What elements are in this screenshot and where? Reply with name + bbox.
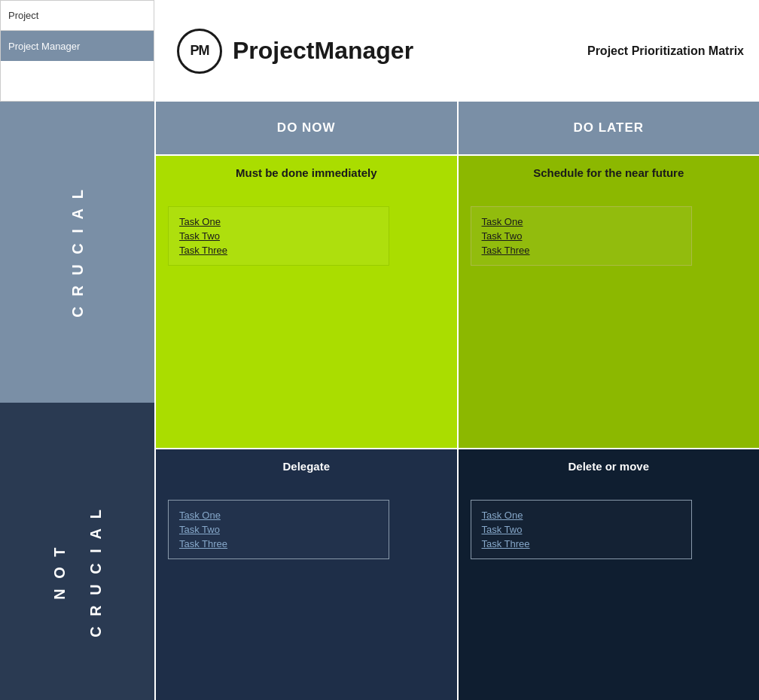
task-link[interactable]: Task Three: [179, 245, 378, 256]
quadrant-not-crucial-now: Delegate Task One Task Two Task Three: [154, 448, 457, 700]
task-link[interactable]: Task Two: [179, 230, 378, 242]
crucial-now-label: Must be done immediately: [168, 166, 445, 179]
crucial-later-task-box: Task One Task Two Task Three: [471, 206, 692, 266]
logo-area: PM ProjectManager: [177, 29, 413, 74]
header-do-later: DO LATER: [457, 102, 760, 154]
task-link[interactable]: Task Three: [482, 245, 681, 256]
header-section: Project Project Manager PM ProjectManage…: [0, 0, 759, 102]
sidebar-header: Project Project Manager: [0, 0, 154, 102]
project-manager-label: Project Manager: [1, 31, 154, 61]
not-crucial-now-label: Delegate: [168, 460, 445, 473]
not-crucial-label: N O TC R U C I A L: [0, 403, 154, 700]
task-link[interactable]: Task One: [179, 510, 378, 521]
task-link[interactable]: Task Two: [482, 524, 681, 535]
not-crucial-later-task-box: Task One Task Two Task Three: [471, 500, 692, 559]
quadrant-crucial-now: Must be done immediately Task One Task T…: [154, 154, 457, 448]
not-crucial-vertical-text: N O TC R U C I A L: [50, 507, 105, 638]
crucial-vertical-text: C R U C I A L: [69, 187, 87, 318]
header-do-now: DO NOW: [154, 102, 457, 154]
task-link[interactable]: Task Two: [179, 524, 378, 535]
matrix-main: DO NOW DO LATER Must be done immediately…: [154, 102, 759, 700]
logo-icon: PM: [177, 29, 222, 74]
quadrant-crucial-later: Schedule for the near future Task One Ta…: [457, 154, 760, 448]
matrix-header-row: DO NOW DO LATER: [154, 102, 759, 154]
crucial-row: Must be done immediately Task One Task T…: [154, 154, 759, 448]
task-link[interactable]: Task One: [482, 510, 681, 521]
not-crucial-now-task-box: Task One Task Two Task Three: [168, 500, 389, 559]
not-crucial-later-label: Delete or move: [471, 460, 748, 473]
crucial-label: C R U C I A L: [0, 102, 154, 403]
project-label: Project: [1, 1, 154, 31]
logo-brand: ProjectManager: [233, 37, 413, 65]
task-link[interactable]: Task One: [179, 216, 378, 227]
sidebar-header-bottom: [1, 61, 154, 101]
main-header: PM ProjectManager Project Prioritization…: [154, 0, 759, 102]
task-link[interactable]: Task Three: [482, 538, 681, 549]
task-link[interactable]: Task Three: [179, 538, 378, 549]
not-crucial-row: Delegate Task One Task Two Task Three De…: [154, 448, 759, 700]
task-link[interactable]: Task One: [482, 216, 681, 227]
task-link[interactable]: Task Two: [482, 230, 681, 242]
crucial-later-label: Schedule for the near future: [471, 166, 748, 179]
sidebar-column: C R U C I A L N O TC R U C I A L: [0, 102, 154, 700]
crucial-now-task-box: Task One Task Two Task Three: [168, 206, 389, 266]
page-title: Project Prioritization Matrix: [587, 44, 744, 58]
quadrant-not-crucial-later: Delete or move Task One Task Two Task Th…: [457, 448, 760, 700]
matrix-section: C R U C I A L N O TC R U C I A L DO NOW …: [0, 102, 759, 700]
